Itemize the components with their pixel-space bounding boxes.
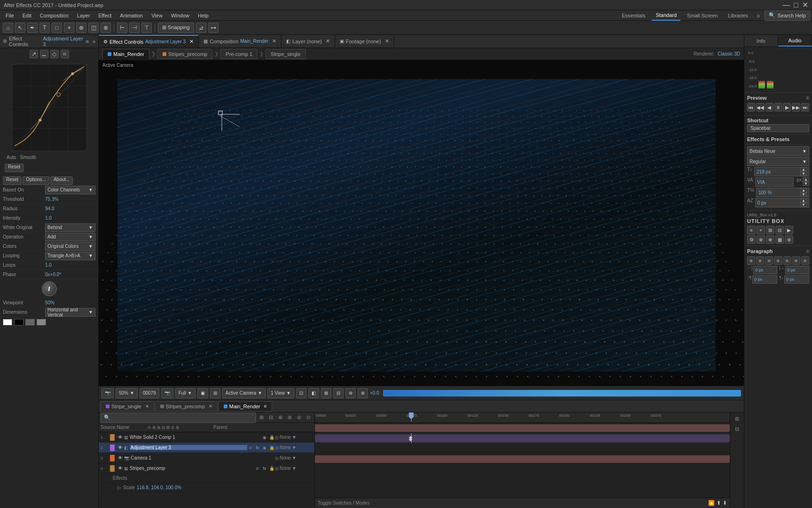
layer-slash-4[interactable]: ⊘: [254, 465, 261, 472]
para-align-center[interactable]: ≡: [756, 256, 764, 265]
tl-zoom-out[interactable]: 🔼: [708, 500, 715, 506]
swatch-gray[interactable]: [25, 319, 35, 325]
para-space-before-input[interactable]: 0 px: [752, 275, 777, 284]
swatch-gray2[interactable]: [37, 319, 46, 325]
dimensions-dropdown[interactable]: Horizontal and Vertical ▼: [45, 308, 95, 317]
tl-tab-stripes-precomp[interactable]: Stripes_precomp ✕: [155, 401, 218, 412]
effect-controls-tab-close[interactable]: ✕: [189, 39, 194, 45]
layer-slash-2[interactable]: ⊘: [247, 444, 254, 451]
radius-value[interactable]: 94.0: [45, 206, 95, 211]
util-btn-10[interactable]: ⊛: [785, 235, 793, 244]
smooth-label[interactable]: Smooth: [20, 155, 36, 160]
layer-tab-close[interactable]: ✕: [326, 38, 330, 44]
para-indent-left-input[interactable]: 0 px: [753, 266, 777, 274]
tab-audio[interactable]: Audio: [778, 35, 812, 47]
tl-tab-stripe-single[interactable]: Stripe_single ✕: [101, 401, 154, 412]
about-btn[interactable]: About...: [50, 176, 73, 185]
tl-tab-3-menu[interactable]: ≡: [264, 404, 267, 409]
font-offset-down[interactable]: ▼: [800, 203, 807, 207]
footage-tab-close[interactable]: ✕: [385, 38, 389, 44]
tool-align-right[interactable]: ⊤: [141, 23, 152, 33]
vc-view3[interactable]: ⊠: [321, 388, 331, 398]
reset-btn2[interactable]: Reset: [3, 176, 22, 185]
font-scale-down[interactable]: ▼: [800, 192, 807, 197]
menu-window[interactable]: Window: [167, 12, 193, 19]
tab-info[interactable]: Info: [744, 35, 778, 47]
loops-value[interactable]: 1.0: [45, 262, 95, 268]
tl-right-2[interactable]: ⊟: [733, 425, 742, 433]
vc-view6[interactable]: ⊕: [358, 388, 368, 398]
tl-scroll-2[interactable]: ⬇: [723, 500, 727, 506]
layer-tool-3[interactable]: ⊕: [276, 413, 284, 422]
font-style-dropdown[interactable]: Regular ▼: [747, 157, 809, 166]
timeline-ruler[interactable]: 00000 00025 00050 00075 00100 00125 0015…: [315, 413, 730, 423]
phase-value[interactable]: 0x+0.0°: [45, 272, 95, 277]
white-original-dropdown[interactable]: Behind ▼: [45, 223, 95, 232]
snapping-btn[interactable]: ⊞ Snapping: [158, 23, 194, 33]
window-maximize[interactable]: □: [794, 1, 798, 9]
vc-frame[interactable]: 00079: [140, 388, 159, 398]
menu-composition[interactable]: Composition: [36, 12, 72, 19]
preview-play[interactable]: ⏸: [774, 103, 782, 111]
para-space-after-input[interactable]: 0 px: [784, 275, 809, 284]
util-btn-5[interactable]: ▶: [785, 226, 793, 234]
layer-vis-4[interactable]: 👁: [117, 465, 124, 472]
workspace-standard[interactable]: Standard: [652, 10, 680, 21]
tool-shape[interactable]: □: [52, 23, 62, 33]
looping-dropdown[interactable]: Triangle A>B>A ▼: [45, 252, 95, 260]
layer-fx-2[interactable]: fx: [254, 444, 261, 451]
font-size-up[interactable]: ▲: [800, 167, 807, 172]
workspace-essentials[interactable]: Essentials: [618, 10, 649, 21]
tool-eraser[interactable]: ◫: [88, 23, 99, 33]
font-offset-up[interactable]: ▲: [800, 198, 807, 203]
workspace-libraries[interactable]: Libraries: [724, 10, 751, 21]
tab-effect-controls[interactable]: ⚙ Effect Controls Adjustment Layer 3 ✕: [99, 35, 199, 48]
reset-btn[interactable]: Reset: [5, 164, 23, 172]
tool-select[interactable]: ↖: [15, 23, 25, 33]
search-help-input[interactable]: 🔍 Search Help: [765, 10, 810, 21]
comp-tab-precomp1[interactable]: Pre-comp 1: [220, 49, 258, 59]
layer-lock-4[interactable]: 🔒: [268, 465, 275, 472]
font-scale-input[interactable]: 100 % ▲ ▼: [756, 188, 809, 197]
layer-solo-1[interactable]: ◉: [261, 434, 268, 441]
parent-dropdown-3[interactable]: ▼: [292, 455, 297, 460]
effects-expand-row[interactable]: Effects: [99, 474, 314, 483]
preview-back[interactable]: ◀: [765, 103, 773, 111]
preview-rewind[interactable]: ◀◀: [756, 103, 765, 111]
util-btn-9[interactable]: ▦: [775, 235, 784, 244]
util-btn-8[interactable]: ⊗: [766, 235, 774, 244]
based-on-dropdown[interactable]: Color Channels ▼: [45, 186, 95, 194]
preview-last[interactable]: ⏭: [801, 103, 809, 111]
keyframe-2[interactable]: ◆: [409, 437, 413, 442]
layer-tool-6[interactable]: ⊙: [304, 413, 312, 422]
track-bar-2[interactable]: [315, 435, 730, 442]
preview-forward[interactable]: ▶: [783, 103, 791, 111]
font-offset-input[interactable]: 0 px ▲ ▼: [755, 198, 809, 207]
para-justify-all[interactable]: ≡: [801, 256, 809, 265]
font-va-input[interactable]: VIA: [755, 177, 794, 187]
menu-view[interactable]: View: [148, 12, 166, 19]
tl-tab-2-close[interactable]: ✕: [209, 404, 212, 409]
layer-lock-1[interactable]: 🔒: [268, 434, 275, 441]
intensity-value[interactable]: 1.0: [45, 215, 95, 221]
panel-menu-icon[interactable]: ≡: [86, 39, 88, 44]
tl-right-1[interactable]: ⊞: [733, 414, 742, 423]
menu-edit[interactable]: Edit: [19, 12, 35, 19]
para-justify-right[interactable]: ≡: [792, 256, 800, 265]
vc-quality[interactable]: Full ▼: [175, 388, 195, 398]
tool-roto[interactable]: ⊗: [101, 23, 111, 33]
preview-fast-forward[interactable]: ▶▶: [792, 103, 800, 111]
tool-home[interactable]: ⌂: [3, 23, 13, 33]
parent-dropdown-4[interactable]: ▼: [292, 466, 297, 471]
workspace-expand[interactable]: »: [755, 12, 762, 19]
window-close[interactable]: ✕: [802, 0, 808, 9]
curve-tool-1[interactable]: ↗: [30, 50, 38, 58]
layer-lock-2[interactable]: 🔒: [268, 444, 275, 451]
para-justify-center[interactable]: ≡: [783, 256, 791, 265]
layer-row-3[interactable]: 3 👁 📷 Camera 1 ◎ None ▼: [99, 453, 314, 463]
curve-tool-2[interactable]: ⚊: [40, 50, 48, 58]
options-btn[interactable]: Options...: [23, 176, 49, 185]
tool-align-left[interactable]: ⊢: [117, 23, 127, 33]
tab-composition[interactable]: ▦ Composition Main_Render ✕: [199, 35, 281, 48]
curve-tool-3[interactable]: ◇: [50, 50, 59, 58]
